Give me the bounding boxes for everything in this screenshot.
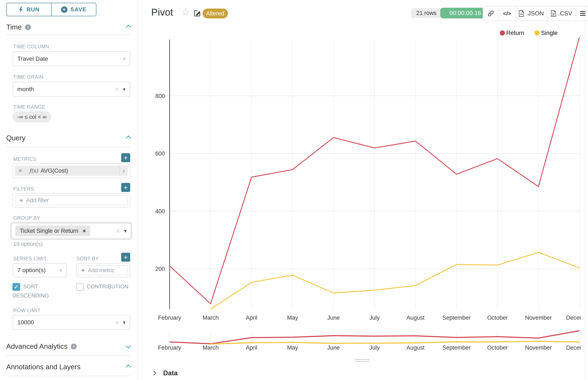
add-sort-metric-button[interactable]: + (121, 253, 130, 262)
divider (6, 147, 130, 147)
caret-down-icon[interactable]: ▾ (60, 268, 62, 273)
chevron-right-icon (151, 371, 156, 376)
info-icon: i (25, 24, 31, 30)
add-filter-button[interactable]: + (121, 183, 130, 192)
caret-down-icon[interactable]: ▾ (123, 320, 125, 325)
group-by-pill[interactable]: Ticket Single or Return × (15, 226, 90, 236)
sort-descending-checkbox[interactable]: ✓ (12, 283, 20, 291)
export-csv-button[interactable]: .CSV (547, 6, 576, 20)
svg-text:February: February (158, 344, 181, 351)
svg-text:June: June (327, 315, 340, 321)
data-panel-toggle[interactable]: Data (152, 369, 178, 377)
save-button[interactable]: + SAVE (51, 3, 96, 16)
metric-pill[interactable]: × ƒ(x) AVG(Cost) › (15, 166, 128, 176)
view-query-button[interactable]: </> (498, 6, 515, 20)
row-count-badge: 21 rows (411, 8, 442, 18)
remove-metric-icon[interactable]: × (15, 166, 26, 176)
share-link-button[interactable] (483, 6, 498, 20)
group-by-label: GROUP BY (13, 215, 40, 221)
chart-title: Pivot (151, 6, 173, 18)
control-sidebar: RUN + SAVE Time i TIME COLUMN Travel Dat… (0, 0, 137, 380)
series-limit-select[interactable]: 7 option(s) ▾ (13, 263, 67, 277)
svg-text:July: July (369, 315, 380, 321)
export-json-button[interactable]: .JSON (515, 6, 547, 20)
time-grain-select[interactable]: month × ▾ (13, 82, 130, 97)
svg-text:December: December (566, 344, 581, 351)
contribution-label: CONTRIBUTION (87, 284, 128, 289)
drag-handle[interactable] (355, 361, 370, 362)
caret-down-icon[interactable]: ▾ (124, 228, 127, 234)
svg-text:August: August (406, 315, 425, 321)
row-limit-select[interactable]: 10000 × ▾ (13, 315, 130, 330)
group-by-field: Ticket Single or Return × × ▾ (12, 223, 131, 238)
caret-down-icon[interactable]: ▾ (123, 56, 125, 61)
group-by-select[interactable]: Ticket Single or Return × × ▾ (10, 222, 132, 240)
clear-x-icon[interactable]: × (115, 319, 119, 326)
chevron-down-icon[interactable] (126, 343, 131, 348)
series-limit-label: SERIES LIMIT (13, 256, 47, 262)
section-advanced-analytics[interactable]: Advanced Analytics i (6, 342, 130, 350)
svg-text:October: October (487, 344, 508, 351)
time-column-label: TIME COLUMN (13, 44, 49, 50)
code-icon: </> (503, 10, 511, 17)
info-icon: i (71, 344, 77, 349)
svg-text:July: July (369, 344, 380, 351)
time-range-value: -∞ ≤ col < ∞ (17, 114, 46, 120)
section-time[interactable]: Time i (6, 23, 130, 31)
metrics-box: × ƒ(x) AVG(Cost) › (13, 163, 130, 178)
clear-x-icon[interactable]: × (115, 86, 119, 93)
time-range-label: TIME RANGE (13, 104, 45, 110)
add-filter-dropzone[interactable]: + Add filter (15, 195, 128, 205)
add-sort-metric-dropzone[interactable]: + Add metric (78, 265, 128, 275)
section-query[interactable]: Query (6, 134, 130, 142)
add-filter-placeholder: Add filter (26, 197, 49, 204)
star-icon[interactable]: ☆ (182, 8, 190, 17)
series-limit-value: 7 option(s) (17, 267, 46, 274)
chevron-up-icon[interactable] (126, 135, 131, 141)
svg-text:April: April (246, 315, 257, 321)
time-grain-value: month (17, 86, 34, 93)
mini-preview-chart[interactable]: FebruaryMarchAprilMayJuneJulyAugustSepte… (146, 329, 581, 353)
svg-text:November: November (525, 344, 552, 351)
menu-icon (580, 10, 586, 17)
chevron-up-icon[interactable] (126, 364, 131, 370)
divider (6, 35, 130, 35)
time-grain-label: TIME GRAIN (13, 74, 43, 80)
filters-box: + Add filter (13, 193, 130, 208)
drag-handle[interactable] (355, 359, 370, 360)
chevron-right-icon[interactable]: › (119, 166, 128, 176)
remove-tag-icon[interactable]: × (83, 228, 86, 234)
svg-text:600: 600 (155, 151, 165, 157)
svg-text:November: November (525, 315, 552, 321)
edit-icon[interactable] (193, 9, 201, 18)
section-query-title: Query (6, 134, 25, 142)
explore-page: RUN + SAVE Time i TIME COLUMN Travel Dat… (0, 0, 588, 380)
group-by-value: Ticket Single or Return (20, 228, 78, 234)
svg-text:200: 200 (155, 266, 165, 272)
lightning-icon (19, 6, 23, 13)
run-button[interactable]: RUN (7, 3, 51, 16)
row-limit-value: 10000 (17, 319, 34, 326)
altered-badge[interactable]: Altered (203, 9, 228, 19)
run-button-label: RUN (27, 6, 40, 13)
contribution-checkbox[interactable]: ✓ (76, 283, 84, 291)
svg-text:April: April (246, 344, 257, 351)
line-chart[interactable]: FebruaryMarchAprilMayJuneJulyAugustSepte… (146, 34, 581, 323)
panel-divider[interactable] (137, 0, 138, 380)
filters-label: FILTERS (13, 186, 34, 192)
add-metric-button[interactable]: + (121, 153, 130, 162)
caret-down-icon[interactable]: ▾ (123, 87, 125, 92)
clear-x-icon[interactable]: × (116, 228, 120, 234)
sort-by-placeholder: Add metric (88, 267, 115, 274)
svg-text:August: August (406, 344, 425, 351)
export-csv-label: .CSV (558, 10, 572, 17)
json-file-icon (518, 10, 524, 17)
chevron-up-icon[interactable] (126, 25, 131, 30)
svg-text:800: 800 (155, 93, 165, 99)
more-options-button[interactable] (576, 6, 588, 20)
divider (6, 376, 130, 376)
time-range-pill[interactable]: -∞ ≤ col < ∞ (13, 111, 51, 122)
section-annotations[interactable]: Annotations and Layers (6, 363, 130, 371)
svg-text:October: October (487, 315, 508, 321)
time-column-select[interactable]: Travel Date ▾ (13, 51, 130, 66)
